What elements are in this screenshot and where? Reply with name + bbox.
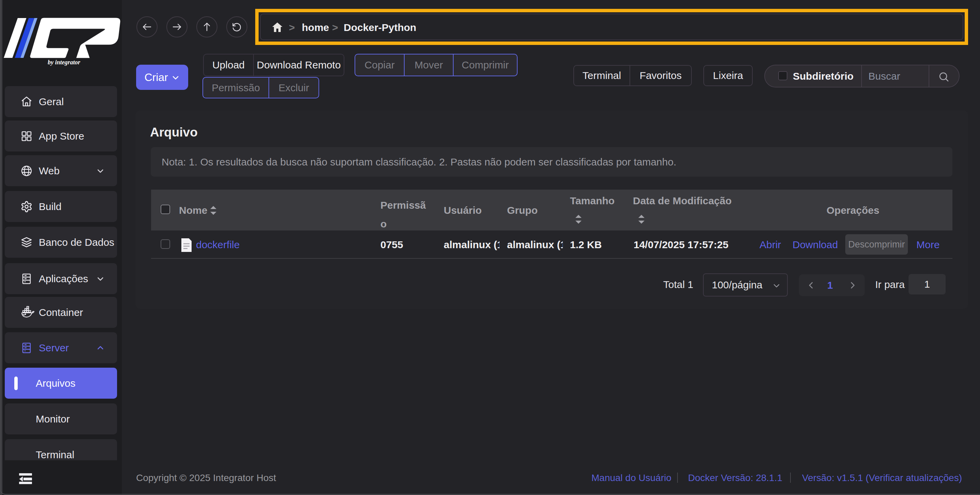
- svg-text:by integrator: by integrator: [48, 59, 80, 66]
